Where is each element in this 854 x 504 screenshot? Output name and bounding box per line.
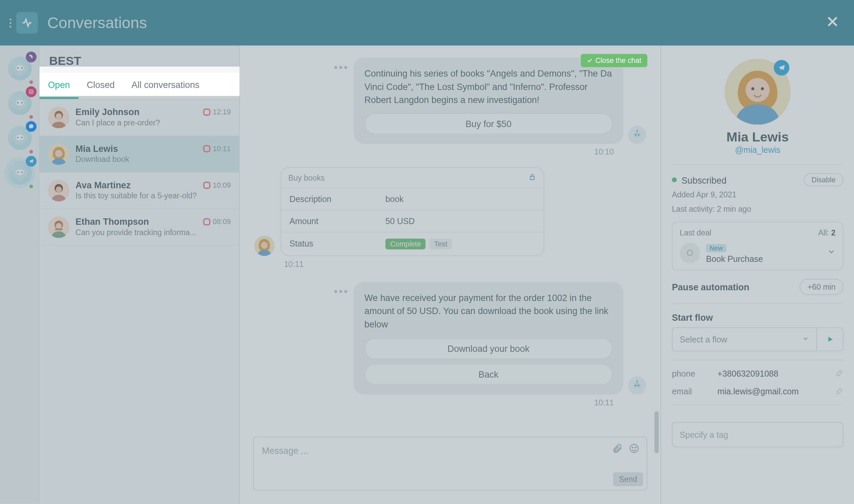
filter-tabs: Open Closed All conversations <box>39 73 239 100</box>
status-complete: Complete <box>385 239 426 250</box>
profile-handle[interactable]: @mia_lewis <box>672 145 843 155</box>
channel-rail <box>0 46 39 503</box>
svg-point-34 <box>638 134 639 136</box>
svg-point-5 <box>21 67 22 69</box>
svg-marker-52 <box>828 337 832 342</box>
deal-icon: O <box>680 243 700 263</box>
avatar <box>48 216 70 238</box>
conversation-item[interactable]: Mia Lewis10:11 Download book <box>39 136 239 173</box>
chevron-down-icon[interactable] <box>827 248 836 258</box>
chat-panel: Close the chat ••• Continuing his series… <box>240 46 661 503</box>
send-button[interactable]: Send <box>613 472 643 486</box>
download-button[interactable]: Download your book <box>364 338 613 359</box>
message-input[interactable] <box>253 437 647 474</box>
rail-channel-viber[interactable] <box>4 53 35 84</box>
close-button[interactable] <box>821 10 844 36</box>
lock-icon <box>528 173 537 183</box>
svg-point-11 <box>30 91 32 93</box>
instagram-icon <box>25 86 36 97</box>
rail-channel-messenger[interactable] <box>4 122 35 154</box>
pause-60-button[interactable]: +60 min <box>800 279 843 295</box>
message-text: We have received your payment for the or… <box>364 292 613 331</box>
svg-point-44 <box>637 380 638 381</box>
svg-point-42 <box>638 384 639 385</box>
conv-preview: Can you provide tracking informa... <box>76 228 231 237</box>
avatar <box>254 236 274 256</box>
chat-scroll[interactable]: ••• Continuing his series of books "Ange… <box>240 46 660 428</box>
telegram-icon <box>774 60 789 76</box>
page-title: Conversations <box>48 13 147 32</box>
composer: Send <box>240 428 660 504</box>
message-menu-icon[interactable]: ••• <box>334 282 349 298</box>
svg-point-19 <box>21 172 22 173</box>
tab-open[interactable]: Open <box>39 73 78 99</box>
message-time: 10:11 <box>284 260 646 269</box>
attachment-icon[interactable] <box>612 443 623 456</box>
conv-preview: Is this toy suitable for a 5-year-old? <box>76 191 231 200</box>
app-logo <box>16 12 38 34</box>
conv-time: 10:09 <box>203 181 231 189</box>
unread-dot <box>28 149 34 155</box>
bot-message: ••• Continuing his series of books "Ange… <box>254 57 646 144</box>
conversation-list: BEST Open Closed All conversations Emily… <box>39 46 240 503</box>
message-menu-icon[interactable]: ••• <box>334 57 349 74</box>
scrollbar-thumb[interactable] <box>654 411 659 453</box>
bot-icon <box>628 126 646 144</box>
email-value: mia.lewis@gmail.com <box>717 386 836 396</box>
order-card: Buy books Descriptionbook Amount50 USD S… <box>280 167 544 256</box>
telegram-icon <box>25 156 36 166</box>
disable-button[interactable]: Disable <box>804 173 843 186</box>
topbar: Conversations <box>0 0 854 46</box>
deal-name: Book Purchase <box>706 254 821 264</box>
last-activity: Last activity: 2 min ago <box>672 203 843 215</box>
subscribed-label: Subscribed <box>682 175 727 185</box>
tab-closed[interactable]: Closed <box>78 73 123 99</box>
rail-channel-instagram[interactable] <box>4 88 35 119</box>
conv-name: Ava Martinez <box>76 180 131 190</box>
tab-all[interactable]: All conversations <box>123 73 208 99</box>
conv-name: Ethan Thompson <box>76 216 149 227</box>
message-time: 10:10 <box>254 147 614 157</box>
unread-dot <box>28 79 34 85</box>
conversation-item[interactable]: Emily Johnson12:19 Can I place a pre-ord… <box>39 100 239 136</box>
drag-handle-icon[interactable] <box>10 18 11 28</box>
profile-panel: Mia Lewis @mia_lewis Subscribed Disable … <box>661 46 854 503</box>
svg-point-4 <box>17 67 18 69</box>
edit-icon[interactable] <box>836 386 843 396</box>
user-message: Buy books Descriptionbook Amount50 USD S… <box>254 167 646 256</box>
tag-input[interactable] <box>672 422 843 447</box>
close-chat-button[interactable]: Close the chat <box>581 54 647 67</box>
conversation-item[interactable]: Ethan Thompson08:09 Can you provide trac… <box>39 209 239 246</box>
svg-point-24 <box>55 150 62 157</box>
svg-point-18 <box>17 172 18 173</box>
rail-channel-telegram[interactable] <box>4 157 35 188</box>
body: BEST Open Closed All conversations Emily… <box>0 46 854 503</box>
conv-name: Emily Johnson <box>76 107 140 117</box>
avatar <box>48 143 70 165</box>
svg-point-51 <box>761 87 764 90</box>
edit-icon[interactable] <box>836 368 843 378</box>
svg-rect-40 <box>634 383 641 388</box>
start-flow-button[interactable] <box>817 327 843 352</box>
svg-point-38 <box>261 242 268 249</box>
start-flow-label: Start flow <box>672 312 843 322</box>
message-time: 10:11 <box>254 398 614 407</box>
conversation-item[interactable]: Ava Martinez10:09 Is this toy suitable f… <box>39 173 239 209</box>
card-title: Buy books <box>288 173 325 182</box>
flow-select[interactable]: Select a flow <box>672 327 817 352</box>
profile-name: Mia Lewis <box>672 129 843 145</box>
added-date: Added Apr 9, 2021 <box>672 189 843 201</box>
svg-point-50 <box>751 87 755 90</box>
message-text: Continuing his series of books "Angels a… <box>364 67 613 106</box>
svg-point-47 <box>635 447 636 448</box>
chevron-down-icon <box>802 335 809 344</box>
svg-rect-10 <box>29 90 33 94</box>
conv-time: 12:19 <box>203 108 231 116</box>
messenger-icon <box>25 121 36 132</box>
emoji-icon[interactable] <box>629 443 639 456</box>
back-button[interactable]: Back <box>364 363 613 384</box>
svg-rect-32 <box>634 133 641 138</box>
svg-rect-31 <box>55 229 62 230</box>
conv-preview: Can I place a pre-order? <box>76 118 231 127</box>
buy-button[interactable]: Buy for $50 <box>364 113 613 134</box>
